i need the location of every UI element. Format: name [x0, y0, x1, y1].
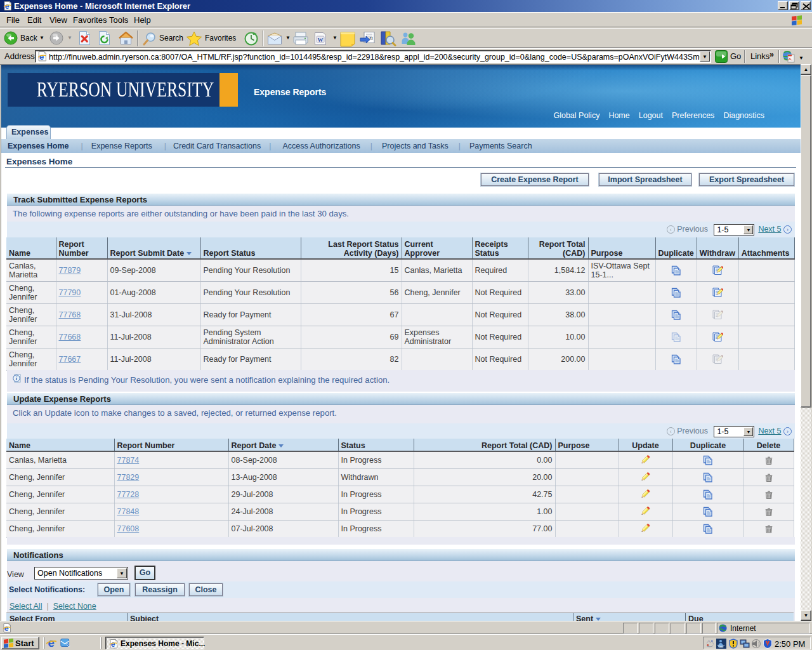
svg-text:W: W [318, 37, 324, 43]
svg-text:n: n [369, 34, 373, 41]
